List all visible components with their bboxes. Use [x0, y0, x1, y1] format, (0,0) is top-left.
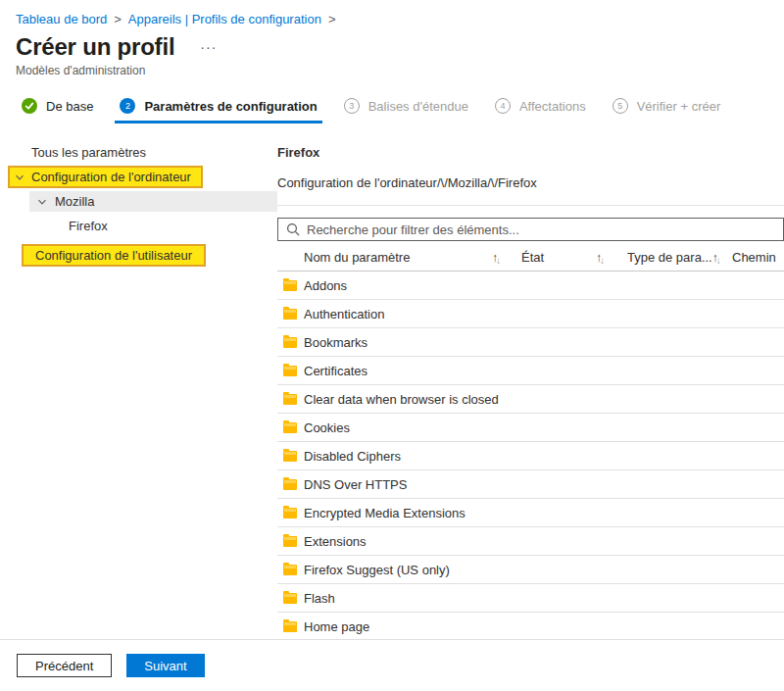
- wizard-steps: De base 2 Paramètres de configuration 3 …: [0, 98, 784, 123]
- row-label: Addons: [304, 278, 784, 293]
- folder-icon: [283, 565, 297, 575]
- breadcrumb-separator: >: [114, 12, 122, 26]
- tree-item-user-configuration[interactable]: Configuration de l'utilisateur: [22, 244, 277, 267]
- step-number-badge: 2: [120, 98, 135, 114]
- row-label: Extensions: [304, 534, 784, 549]
- table-row[interactable]: Clear data when browser is closed: [277, 385, 784, 414]
- row-label: Flash: [304, 591, 784, 606]
- tree-item-label: Configuration de l'ordinateur: [31, 170, 191, 184]
- tree-item-label: Configuration de l'utilisateur: [35, 248, 192, 263]
- step-label: Affectations: [519, 99, 586, 114]
- step-verifier-creer[interactable]: 5 Vérifier + créer: [612, 98, 721, 123]
- table-row[interactable]: Firefox Suggest (US only): [277, 556, 784, 584]
- step-label: Vérifier + créer: [637, 99, 721, 114]
- sort-icon[interactable]: ↑↓: [492, 250, 521, 265]
- page-subtitle: Modèles d'administration: [16, 64, 768, 77]
- step-balises-etendue[interactable]: 3 Balises d'étendue: [344, 98, 468, 123]
- folder-icon: [283, 451, 297, 462]
- breadcrumb-devices-link[interactable]: Appareils | Profils de configuration: [128, 12, 321, 26]
- more-actions-icon[interactable]: ···: [200, 39, 217, 55]
- folder-icon: [283, 536, 297, 547]
- step-label: Paramètres de configuration: [144, 99, 317, 114]
- row-label: Firefox Suggest (US only): [304, 563, 784, 577]
- step-affectations[interactable]: 4 Affectations: [495, 98, 586, 123]
- row-label: DNS Over HTTPS: [304, 477, 784, 492]
- row-label: Certificates: [304, 364, 784, 378]
- table-row[interactable]: Home page: [277, 613, 784, 639]
- column-header-type[interactable]: Type de para...↑↓: [627, 250, 732, 265]
- breadcrumb: Tableau de bord > Appareils | Profils de…: [16, 9, 768, 28]
- page-title: Créer un profil: [16, 33, 174, 61]
- settings-path: Configuration de l'ordinateur/\/Mozilla/…: [277, 175, 784, 190]
- chevron-down-icon: [15, 173, 24, 182]
- column-header-state[interactable]: État: [521, 250, 596, 265]
- step-complete-check-icon: [22, 98, 37, 114]
- row-label: Authentication: [304, 307, 784, 321]
- search-input[interactable]: [307, 222, 775, 237]
- folder-icon: [283, 280, 297, 291]
- folder-icon: [283, 422, 297, 433]
- panel-title: Firefox: [277, 145, 784, 160]
- step-label: Balises d'étendue: [368, 99, 468, 114]
- folder-icon: [283, 309, 297, 320]
- step-number-badge: 5: [612, 98, 628, 114]
- folder-icon: [283, 621, 297, 632]
- folder-icon: [283, 508, 297, 518]
- folder-icon: [283, 337, 297, 348]
- chevron-down-icon: [37, 197, 47, 207]
- step-parametres-configuration[interactable]: 2 Paramètres de configuration: [120, 98, 317, 123]
- search-box: [277, 218, 784, 241]
- table-row[interactable]: Certificates: [277, 357, 784, 385]
- page-header: Tableau de bord > Appareils | Profils de…: [0, 0, 784, 77]
- column-header-name[interactable]: Nom du paramètre: [304, 250, 492, 265]
- row-label: Encrypted Media Extensions: [304, 506, 784, 520]
- tree-item-label: Firefox: [69, 219, 108, 233]
- step-number-badge: 3: [344, 98, 360, 114]
- folder-icon: [283, 593, 297, 604]
- tree-item-mozilla[interactable]: Mozilla: [29, 191, 277, 212]
- table-row[interactable]: Flash: [277, 584, 784, 613]
- table-row[interactable]: Encrypted Media Extensions: [277, 499, 784, 527]
- tree-item-label: Mozilla: [55, 194, 94, 209]
- row-label: Clear data when browser is closed: [304, 392, 784, 407]
- wizard-footer: Précédent Suivant: [0, 639, 784, 691]
- breadcrumb-separator: >: [328, 12, 336, 26]
- table-header: Nom du paramètre ↑↓ État ↑↓ Type de para…: [277, 243, 784, 271]
- table-row[interactable]: Cookies: [277, 414, 784, 442]
- tree-item-all-settings[interactable]: Tous les paramètres: [0, 141, 277, 163]
- previous-button[interactable]: Précédent: [17, 654, 112, 677]
- step-number-badge: 4: [495, 98, 511, 114]
- table-row[interactable]: DNS Over HTTPS: [277, 470, 784, 499]
- folder-icon: [283, 394, 297, 405]
- row-label: Bookmarks: [304, 335, 784, 350]
- sort-icon: ↑↓: [712, 250, 721, 265]
- table-row[interactable]: Disabled Ciphers: [277, 442, 784, 470]
- content-area: Tous les paramètres Configuration de l'o…: [0, 138, 784, 639]
- settings-table-body: Addons Authentication Bookmarks Certific…: [277, 271, 784, 639]
- column-header-path[interactable]: Chemin: [732, 250, 784, 265]
- breadcrumb-dashboard-link[interactable]: Tableau de bord: [16, 12, 107, 26]
- tree-item-computer-configuration[interactable]: Configuration de l'ordinateur: [8, 166, 277, 188]
- folder-icon: [283, 479, 297, 490]
- row-label: Disabled Ciphers: [304, 449, 784, 464]
- next-button[interactable]: Suivant: [126, 654, 204, 677]
- folder-icon: [283, 366, 297, 376]
- table-row[interactable]: Bookmarks: [277, 328, 784, 357]
- row-label: Home page: [304, 619, 784, 634]
- divider: [277, 205, 784, 206]
- step-de-base[interactable]: De base: [22, 98, 93, 123]
- row-label: Cookies: [304, 420, 784, 435]
- tree-item-firefox[interactable]: Firefox: [0, 215, 277, 236]
- sort-icon[interactable]: ↑↓: [596, 250, 627, 265]
- settings-tree: Tous les paramètres Configuration de l'o…: [0, 138, 277, 639]
- table-row[interactable]: Authentication: [277, 300, 784, 328]
- search-icon: [286, 222, 300, 236]
- settings-panel: Firefox Configuration de l'ordinateur/\/…: [277, 138, 784, 639]
- table-row[interactable]: Addons: [277, 271, 784, 300]
- table-row[interactable]: Extensions: [277, 527, 784, 556]
- step-label: De base: [46, 99, 93, 114]
- highlight-annotation: Configuration de l'ordinateur: [8, 166, 203, 188]
- tree-item-label: Tous les paramètres: [31, 145, 146, 160]
- highlight-annotation: Configuration de l'utilisateur: [22, 244, 206, 267]
- create-profile-page: Tableau de bord > Appareils | Profils de…: [0, 0, 784, 691]
